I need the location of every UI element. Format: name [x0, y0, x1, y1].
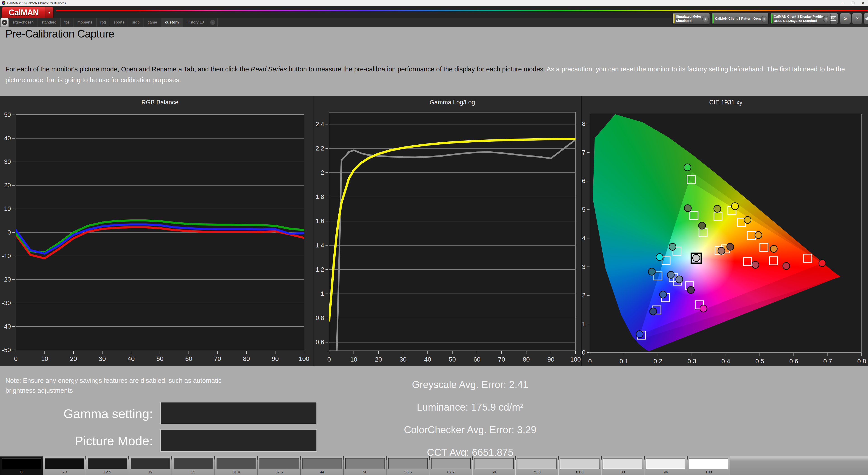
svg-text:2.2: 2.2	[315, 145, 324, 152]
pattern-swatch-75.3[interactable]: 75.3	[515, 456, 558, 475]
swatch-pin	[171, 456, 172, 460]
swatch-pin	[86, 456, 86, 460]
pattern-swatch-44[interactable]: 44	[301, 456, 344, 475]
swatch-label: 88	[601, 470, 644, 475]
pattern-swatch-50[interactable]: 50	[344, 456, 386, 475]
cie-target-square	[747, 231, 755, 239]
calman-menu-button[interactable]: CalMAN ▼	[2, 7, 53, 19]
tab-history-10[interactable]: History 10	[183, 18, 208, 27]
swatch-label: 12.5	[86, 470, 129, 475]
svg-text:60: 60	[185, 355, 192, 362]
swatch-color	[603, 458, 643, 469]
pattern-swatch-12.5[interactable]: 12.5	[86, 456, 129, 475]
tab-custom[interactable]: custom	[161, 18, 183, 27]
display-profiler-dropdown[interactable]: CalMAN Client 3 Display ProfilerDELL U32…	[770, 13, 831, 24]
pattern-swatch-69[interactable]: 69	[472, 456, 515, 475]
pattern-swatch-25[interactable]: 25	[172, 456, 215, 475]
gamma-setting-input[interactable]	[161, 403, 316, 424]
swatch-label: 6.3	[43, 470, 86, 475]
swatch-label: 25	[172, 470, 215, 475]
intro-text: For each of the monitor's picture mode, …	[5, 64, 862, 86]
gamma-chart: Gamma Log/Log2.42.221.81.61.41.210.80.60…	[314, 96, 581, 366]
pattern-swatch-94[interactable]: 94	[644, 456, 687, 475]
tab-game[interactable]: game	[144, 18, 161, 27]
tab-rpg[interactable]: rpg	[96, 18, 110, 27]
swatch-label: 94	[645, 470, 687, 475]
tab-standard[interactable]: standard	[38, 18, 61, 27]
cie-target-square	[760, 243, 768, 252]
cie-measured-point	[783, 262, 790, 270]
meter-dropdown[interactable]: Simulated MeterSimulated▼	[673, 13, 710, 24]
pattern-swatch-81.6[interactable]: 81.6	[558, 456, 601, 475]
tab-add[interactable]: +	[208, 18, 218, 27]
close-icon[interactable]: ✕	[858, 0, 868, 6]
swatch-pin	[515, 456, 516, 460]
chevron-down-icon[interactable]: ▼	[702, 16, 709, 22]
pattern-swatch-0[interactable]: 0	[0, 456, 43, 475]
svg-text:1.6: 1.6	[315, 218, 324, 224]
swatch-label: 31.4	[215, 470, 257, 475]
svg-text:0.8: 0.8	[857, 358, 866, 365]
cie-1931-chart: CIE 1931 xy0.80.70.60.50.40.30.20.1000.1…	[582, 96, 868, 366]
svg-text:40: 40	[127, 355, 134, 362]
svg-text:0.8: 0.8	[315, 315, 324, 321]
svg-text:20: 20	[4, 182, 11, 189]
tab-srgb[interactable]: srgb	[128, 18, 144, 27]
chevron-down-icon[interactable]: ▼	[823, 16, 829, 22]
pattern-swatch-6.3[interactable]: 6.3	[43, 456, 86, 475]
cie-white-point	[692, 254, 700, 261]
cie-measured-point	[669, 243, 676, 250]
svg-text:2: 2	[321, 169, 324, 176]
page-title: Pre-Calibration Capture	[5, 28, 114, 40]
help-button[interactable]: ?	[852, 13, 863, 24]
swatch-pin	[429, 456, 430, 460]
pattern-level-bar: 06.312.5192531.437.6445056.562.76975.381…	[0, 456, 868, 475]
svg-text:-10: -10	[2, 253, 11, 259]
pattern-swatch-88[interactable]: 88	[601, 456, 644, 475]
swatch-pin	[601, 456, 602, 460]
svg-text:1.4: 1.4	[315, 242, 324, 249]
picture-mode-input[interactable]	[161, 430, 316, 451]
swatch-color	[646, 458, 685, 469]
intro-part-a: For each of the monitor's picture mode, …	[5, 66, 251, 73]
gamma-setting-label: Gamma setting:	[2, 406, 153, 421]
cie-target-square	[769, 257, 777, 265]
svg-text:0: 0	[7, 229, 11, 236]
cie-target-square	[690, 211, 698, 219]
svg-text:40: 40	[424, 356, 431, 363]
svg-text:0.6: 0.6	[582, 178, 585, 184]
collapse-button[interactable]: ◀	[864, 13, 868, 24]
pattern-swatch-37.6[interactable]: 37.6	[258, 456, 301, 475]
tab-moba-rts[interactable]: moba/rts	[73, 18, 96, 27]
charts-row: RGB Balance50403020100-10-20-30-40-50010…	[0, 96, 868, 366]
swatch-color	[388, 458, 428, 469]
gear-icon: ⚙	[843, 15, 847, 22]
chevron-down-icon[interactable]: ▼	[761, 16, 767, 22]
energy-note: Note: Ensure any energy savings features…	[5, 376, 227, 395]
minimize-icon[interactable]: –	[838, 0, 848, 6]
tab-sports[interactable]: sports	[110, 18, 128, 27]
pattern-swatch-62.7[interactable]: 62.7	[430, 456, 472, 475]
cie-measured-point	[819, 260, 826, 267]
svg-text:30: 30	[99, 355, 106, 362]
svg-text:-30: -30	[2, 299, 11, 307]
cie-measured-point	[684, 164, 691, 171]
swatch-color	[2, 458, 41, 469]
pattern-swatch-19[interactable]: 19	[129, 456, 172, 475]
svg-text:30: 30	[399, 356, 406, 363]
pattern-swatch-31.4[interactable]: 31.4	[215, 456, 258, 475]
tab-fps[interactable]: fps	[61, 18, 74, 27]
tab-scroll-button[interactable]: ▶	[0, 18, 8, 27]
swatch-label: 37.6	[258, 470, 301, 475]
tab-srgb-chosen[interactable]: srgb-chosen	[8, 18, 38, 27]
svg-text:0.2: 0.2	[582, 292, 585, 299]
svg-text:10: 10	[350, 356, 357, 363]
svg-text:0.5: 0.5	[582, 206, 585, 213]
settings-button[interactable]: ⚙	[839, 13, 851, 24]
cie-target-square	[804, 254, 812, 262]
pattern-swatch-100[interactable]: 100	[687, 456, 730, 475]
chevron-down-icon[interactable]: ▼	[45, 7, 53, 18]
maximize-icon[interactable]	[848, 0, 858, 6]
pattern-swatch-56.5[interactable]: 56.5	[386, 456, 430, 475]
pattern-generator-dropdown[interactable]: CalMAN Client 3 Pattern Generator▼	[712, 13, 769, 24]
